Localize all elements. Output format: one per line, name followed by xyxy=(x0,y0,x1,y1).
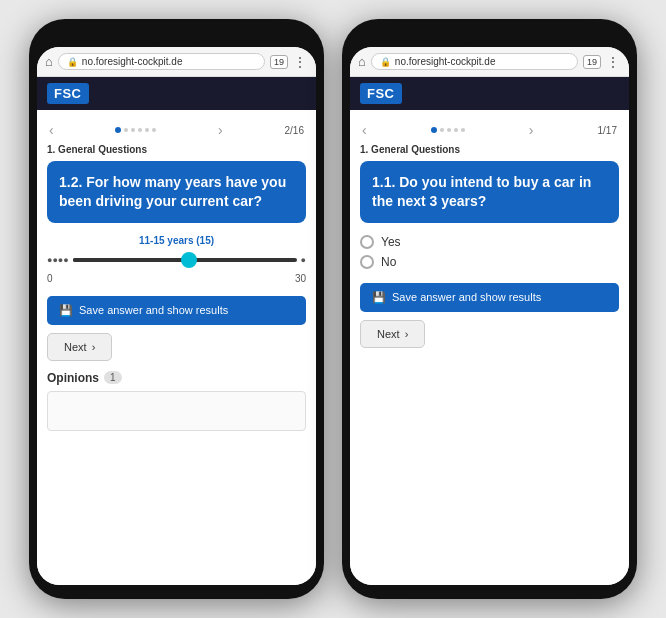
dot-p2-1 xyxy=(431,127,437,133)
content-1: ‹ › 2/16 1. General Questions xyxy=(37,110,316,585)
dot-3 xyxy=(131,128,135,132)
fsc-logo-1: FSC xyxy=(47,83,89,104)
question-text-2: 1.1. Do you intend to buy a car in the n… xyxy=(372,174,591,209)
option-yes-label: Yes xyxy=(381,235,401,249)
save-label-2: Save answer and show results xyxy=(392,291,541,303)
option-no[interactable]: No xyxy=(360,255,619,269)
next-label-1: Next xyxy=(64,341,87,353)
url-bar-2[interactable]: 🔒 no.foresight-cockpit.de xyxy=(371,53,578,70)
page-count-1: 2/16 xyxy=(285,125,304,136)
phone-1-screen: ⌂ 🔒 no.foresight-cockpit.de 19 ⋮ FSC ‹ xyxy=(37,47,316,585)
option-yes[interactable]: Yes xyxy=(360,235,619,249)
dot-2 xyxy=(124,128,128,132)
save-icon-1: 💾 xyxy=(59,304,73,317)
opinions-badge-1: 1 xyxy=(104,371,122,384)
save-icon-2: 💾 xyxy=(372,291,386,304)
phone-1-notch xyxy=(147,33,207,43)
radio-no[interactable] xyxy=(360,255,374,269)
save-button-2[interactable]: 💾 Save answer and show results xyxy=(360,283,619,312)
next-arrow-2[interactable]: › xyxy=(529,122,534,138)
save-button-1[interactable]: 💾 Save answer and show results xyxy=(47,296,306,325)
menu-dots-2[interactable]: ⋮ xyxy=(606,54,621,70)
slider-value-label-1: 11-15 years (15) xyxy=(47,235,306,246)
browser-bar-2: ⌂ 🔒 no.foresight-cockpit.de 19 ⋮ xyxy=(350,47,629,77)
opinions-textarea-1 xyxy=(47,391,306,431)
next-button-1[interactable]: Next › xyxy=(47,333,112,361)
phone-2-screen: ⌂ 🔒 no.foresight-cockpit.de 19 ⋮ FSC ‹ xyxy=(350,47,629,585)
question-card-2: 1.1. Do you intend to buy a car in the n… xyxy=(360,161,619,223)
next-arrow-1[interactable]: › xyxy=(218,122,223,138)
prev-arrow-1[interactable]: ‹ xyxy=(49,122,54,138)
dot-6 xyxy=(152,128,156,132)
pagination-bar-2: ‹ › 1/17 xyxy=(360,118,619,138)
slider-labels-1: 0 30 xyxy=(47,273,306,284)
fsc-logo-2: FSC xyxy=(360,83,402,104)
page-count-2: 1/17 xyxy=(598,125,617,136)
next-label-2: Next xyxy=(377,328,400,340)
question-text-1: 1.2. For how many years have you been dr… xyxy=(59,174,286,209)
menu-dots-1[interactable]: ⋮ xyxy=(293,54,308,70)
slider-min-1: 0 xyxy=(47,273,53,284)
pagination-dots-2 xyxy=(431,127,465,133)
dot-p2-3 xyxy=(447,128,451,132)
url-text-1: no.foresight-cockpit.de xyxy=(82,56,183,67)
dot-5 xyxy=(145,128,149,132)
tab-badge-1[interactable]: 19 xyxy=(270,55,288,69)
phone-1: ⌂ 🔒 no.foresight-cockpit.de 19 ⋮ FSC ‹ xyxy=(29,19,324,599)
slider-fill-1 xyxy=(73,258,189,262)
section-label-2: 1. General Questions xyxy=(360,144,619,155)
opinions-label-1: Opinions xyxy=(47,371,99,385)
pagination-dots-1 xyxy=(115,127,156,133)
radio-yes[interactable] xyxy=(360,235,374,249)
tab-badge-2[interactable]: 19 xyxy=(583,55,601,69)
options-group-2: Yes No xyxy=(360,235,619,269)
url-text-2: no.foresight-cockpit.de xyxy=(395,56,496,67)
question-card-1: 1.2. For how many years have you been dr… xyxy=(47,161,306,223)
dot-p2-5 xyxy=(461,128,465,132)
slider-1[interactable] xyxy=(73,250,297,270)
phone-2-notch xyxy=(460,33,520,43)
prev-arrow-2[interactable]: ‹ xyxy=(362,122,367,138)
dot-p2-4 xyxy=(454,128,458,132)
lock-icon-1: 🔒 xyxy=(67,57,78,67)
browser-bar-1: ⌂ 🔒 no.foresight-cockpit.de 19 ⋮ xyxy=(37,47,316,77)
slider-track-1 xyxy=(73,258,297,262)
option-no-label: No xyxy=(381,255,396,269)
content-2: ‹ › 1/17 1. General Questions 1.1. Do xyxy=(350,110,629,585)
opinions-row-1: Opinions 1 xyxy=(47,371,306,385)
dot-4 xyxy=(138,128,142,132)
slider-max-1: 30 xyxy=(295,273,306,284)
dot-p2-2 xyxy=(440,128,444,132)
lock-icon-2: 🔒 xyxy=(380,57,391,67)
save-label-1: Save answer and show results xyxy=(79,304,228,316)
scene: ⌂ 🔒 no.foresight-cockpit.de 19 ⋮ FSC ‹ xyxy=(0,0,666,618)
app-header-2: FSC xyxy=(350,77,629,110)
slider-thumb-1[interactable] xyxy=(181,252,197,268)
phone-2: ⌂ 🔒 no.foresight-cockpit.de 19 ⋮ FSC ‹ xyxy=(342,19,637,599)
section-label-1: 1. General Questions xyxy=(47,144,306,155)
dot-1 xyxy=(115,127,121,133)
next-chevron-2: › xyxy=(405,328,409,340)
next-button-2[interactable]: Next › xyxy=(360,320,425,348)
app-header-1: FSC xyxy=(37,77,316,110)
home-icon-1[interactable]: ⌂ xyxy=(45,54,53,69)
slider-area-1: 11-15 years (15) ●●●● ● 0 30 xyxy=(47,235,306,284)
next-chevron-1: › xyxy=(92,341,96,353)
pagination-bar-1: ‹ › 2/16 xyxy=(47,118,306,138)
url-bar-1[interactable]: 🔒 no.foresight-cockpit.de xyxy=(58,53,265,70)
home-icon-2[interactable]: ⌂ xyxy=(358,54,366,69)
